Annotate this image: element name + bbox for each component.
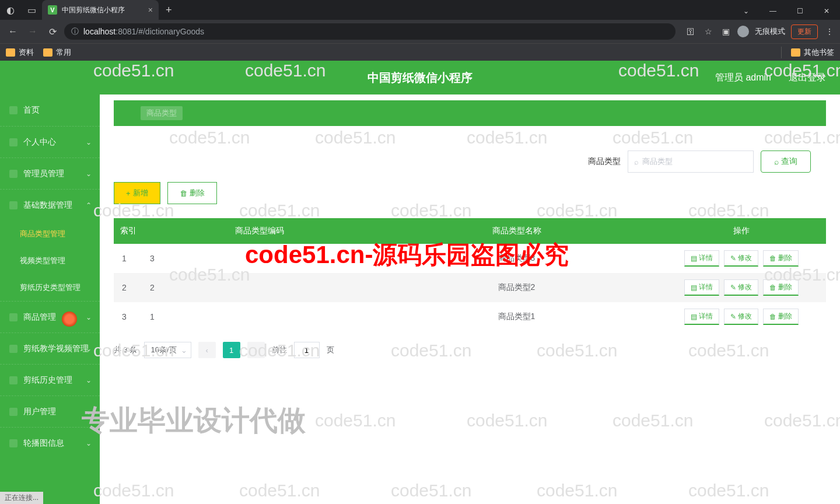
maximize-icon[interactable]: ☐ (786, 2, 813, 20)
search-icon: ⌕ (774, 157, 779, 166)
sidebar-item-history[interactable]: 剪纸历史管理⌄ (0, 364, 100, 396)
edit-button[interactable]: ✎修改 (724, 279, 758, 296)
status-bar: 正在连接... (0, 492, 43, 504)
browser-tab-strip: ◐ ▭ V 中国剪纸微信小程序 × + ⌄ — ☐ ✕ (0, 0, 840, 20)
reload-button[interactable]: ⟳ (44, 23, 61, 40)
sidebar-item-admin[interactable]: 管理员管理⌄ (0, 158, 100, 189)
trash-icon: 🗑 (769, 313, 776, 321)
trash-icon: 🗑 (180, 189, 187, 198)
chevron-down-icon: ⌄ (86, 138, 92, 146)
chevron-up-icon: ⌃ (86, 201, 92, 209)
current-page[interactable]: 1 (223, 342, 240, 358)
sidebar-sub-goods-type[interactable]: 商品类型管理 (0, 220, 100, 247)
table-row: 3 1 商品类型1 ▤详情 ✎修改 🗑删除 (114, 302, 826, 331)
sidebar-item-users[interactable]: 用户管理⌄ (0, 396, 100, 427)
sidebar-sub-history-type[interactable]: 剪纸历史类型管理 (0, 274, 100, 301)
folder-icon (6, 48, 15, 57)
forward-button[interactable]: → (24, 23, 41, 40)
goto-label: 前往 (272, 345, 287, 355)
prev-page-button[interactable]: ‹ (198, 342, 216, 358)
chevron-down-icon: ⌄ (86, 376, 92, 384)
sidebar-item-video[interactable]: 剪纸教学视频管理⌄ (0, 332, 100, 364)
address-bar[interactable]: ⓘ localhost:8081/#/dictionaryGoods (64, 23, 676, 40)
detail-button[interactable]: ▤详情 (684, 250, 719, 267)
breadcrumb: 商品类型 (114, 100, 826, 126)
table-row: 2 2 商品类型2 ▤详情 ✎修改 🗑删除 (114, 273, 826, 302)
edit-icon: ✎ (730, 254, 736, 262)
admin-icon (9, 170, 18, 178)
sidebar-item-goods[interactable]: 商品管理⌄ (0, 301, 100, 332)
update-button[interactable]: 更新 (791, 24, 818, 39)
trash-icon: 🗑 (769, 254, 776, 262)
app-header: 中国剪纸微信小程序 管理员 admin 退出登录 (0, 61, 840, 94)
bookmark-item[interactable]: 资料 (6, 47, 34, 58)
delete-button[interactable]: 🗑删除 (167, 182, 217, 204)
folder-icon (791, 48, 800, 57)
new-tab-button[interactable]: + (159, 4, 179, 16)
cursor-icon (62, 312, 77, 327)
detail-button[interactable]: ▤详情 (684, 279, 719, 296)
other-bookmarks[interactable]: 其他书签 (791, 47, 834, 58)
sidebar-item-carousel[interactable]: 轮播图信息⌄ (0, 427, 100, 459)
home-icon (9, 106, 18, 114)
bookmarks-bar: 资料 常用 其他书签 (0, 43, 840, 61)
close-icon[interactable]: × (148, 5, 153, 15)
goods-icon (9, 313, 18, 321)
tab-title: 中国剪纸微信小程序 (62, 5, 144, 15)
edit-button[interactable]: ✎修改 (724, 309, 758, 325)
sidebar-item-basedata[interactable]: 基础数据管理⌃ (0, 189, 100, 220)
doc-icon: ▤ (691, 313, 697, 321)
sidebar-item-home[interactable]: 首页 (0, 94, 100, 126)
row-delete-button[interactable]: 🗑删除 (763, 250, 799, 267)
edit-button[interactable]: ✎修改 (724, 250, 758, 267)
bookmark-item[interactable]: 常用 (43, 47, 71, 58)
goto-input[interactable] (294, 342, 320, 358)
doc-icon: ▤ (691, 284, 697, 292)
url-host: localhost (83, 27, 116, 36)
page-suffix: 页 (327, 345, 334, 355)
next-page-button[interactable]: › (247, 342, 265, 358)
app-title: 中国剪纸微信小程序 (368, 70, 473, 86)
browser-toolbar: ← → ⟳ ⓘ localhost:8081/#/dictionaryGoods… (0, 20, 840, 43)
incognito-label: 无痕模式 (755, 26, 785, 37)
page-size-select[interactable]: 10条/页⌄ (144, 342, 191, 358)
chevron-down-icon: ⌄ (86, 408, 92, 416)
extensions-icon[interactable]: ▣ (720, 26, 732, 37)
total-count: 共 3 条 (114, 345, 137, 355)
logout-link[interactable]: 退出登录 (789, 72, 826, 84)
table-header: 索引 商品类型编码 商品类型名称 操作 (114, 218, 826, 244)
add-button[interactable]: +新增 (114, 182, 160, 204)
query-button[interactable]: ⌕查询 (761, 150, 811, 173)
key-icon[interactable]: ⚿ (685, 26, 696, 37)
row-delete-button[interactable]: 🗑删除 (763, 279, 799, 296)
vue-favicon-icon: V (48, 5, 57, 15)
folder-icon (43, 48, 52, 57)
pagination: 共 3 条 10条/页⌄ ‹ 1 › 前往 页 (100, 331, 840, 369)
star-icon[interactable]: ☆ (702, 26, 714, 37)
incognito-icon (737, 26, 749, 37)
video-icon (9, 345, 18, 353)
data-icon (9, 201, 18, 209)
row-delete-button[interactable]: 🗑删除 (763, 309, 799, 325)
site-info-icon[interactable]: ⓘ (71, 26, 79, 37)
window-close-icon[interactable]: ✕ (813, 2, 840, 20)
chevron-down-icon: ⌄ (86, 439, 92, 447)
sidebar-item-profile[interactable]: 个人中心⌄ (0, 126, 100, 158)
detail-button[interactable]: ▤详情 (684, 309, 719, 325)
edit-icon: ✎ (730, 313, 736, 321)
tabs-dropdown-icon[interactable]: ⌄ (733, 2, 760, 20)
tab-active[interactable]: V 中国剪纸微信小程序 × (42, 0, 159, 20)
users-icon (9, 408, 18, 416)
tab-pinned-2[interactable]: ▭ (21, 2, 42, 18)
main-content: 商品类型 商品类型 ⌕商品类型 ⌕查询 +新增 🗑删除 索引 商品类型编码 商品… (100, 94, 840, 504)
chevron-down-icon: ⌄ (86, 170, 92, 178)
back-button[interactable]: ← (5, 23, 21, 40)
tab-pinned-1[interactable]: ◐ (0, 2, 21, 18)
filter-input[interactable]: ⌕商品类型 (628, 150, 754, 173)
sidebar-sub-video-type[interactable]: 视频类型管理 (0, 247, 100, 274)
filter-label: 商品类型 (588, 156, 621, 167)
minimize-icon[interactable]: — (760, 2, 786, 20)
menu-icon[interactable]: ⋮ (824, 26, 835, 37)
trash-icon: 🗑 (769, 284, 776, 292)
current-user[interactable]: 管理员 admin (715, 72, 771, 84)
